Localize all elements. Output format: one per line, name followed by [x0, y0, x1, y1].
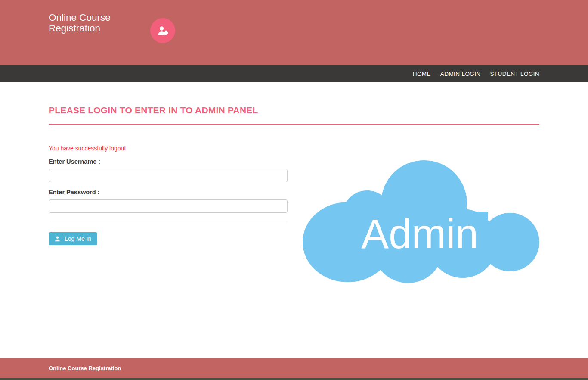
log-me-in-button[interactable]: Log Me In [49, 232, 97, 245]
footer-text: Online Course Registration [49, 365, 121, 371]
cloud-admin-text: Admin [361, 211, 478, 257]
user-add-icon [157, 25, 169, 36]
logout-success-message: You have successfully logout [49, 145, 288, 152]
main-nav: HOME ADMIN LOGIN STUDENT LOGIN [0, 65, 588, 82]
footer: Online Course Registration [0, 358, 588, 378]
log-me-in-label: Log Me In [65, 235, 91, 242]
username-label: Enter Username : [49, 158, 288, 165]
form-divider [49, 222, 288, 222]
site-title: Online Course Registration [49, 12, 130, 34]
user-add-badge [150, 18, 175, 43]
nav-item-home[interactable]: HOME [408, 71, 436, 77]
footer-bottom-strip [0, 378, 588, 380]
user-icon [54, 236, 61, 242]
main-content: PLEASE LOGIN TO ENTER IN TO ADMIN PANEL … [0, 82, 588, 358]
password-input[interactable] [49, 199, 288, 213]
username-input[interactable] [49, 169, 288, 182]
page-title: PLEASE LOGIN TO ENTER IN TO ADMIN PANEL [49, 82, 539, 115]
admin-cloud-illustration: Admin [303, 160, 539, 283]
site-header: Online Course Registration [0, 0, 588, 65]
heading-rule [49, 124, 539, 125]
nav-item-student-login[interactable]: STUDENT LOGIN [486, 71, 539, 77]
login-form: You have successfully logout Enter Usern… [49, 145, 288, 245]
nav-item-admin-login[interactable]: ADMIN LOGIN [436, 71, 486, 77]
password-label: Enter Password : [49, 189, 288, 196]
page: Online Course Registration HOME ADMIN LO… [0, 0, 588, 380]
